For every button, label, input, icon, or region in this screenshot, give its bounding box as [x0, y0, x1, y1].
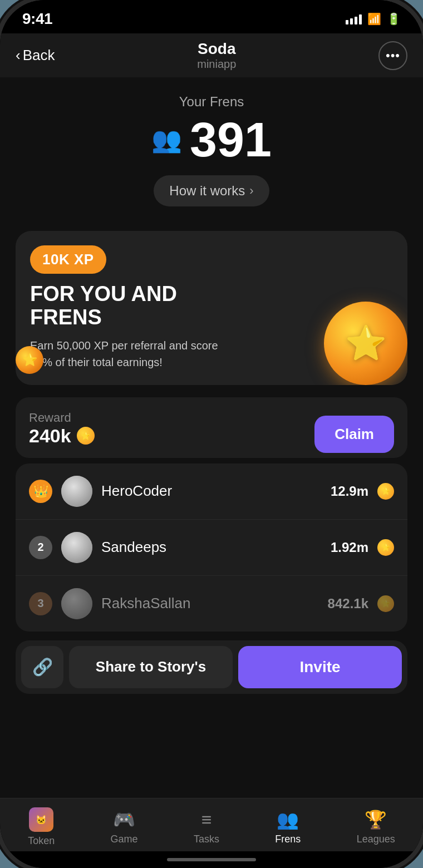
how-it-works-button[interactable]: How it works ›	[154, 175, 269, 206]
share-story-button[interactable]: Share to Story's	[69, 646, 233, 688]
table-row: 2 Sandeeps 1.92m ⭐	[16, 520, 407, 576]
promo-main-text: FOR YOU AND FRENS	[30, 283, 248, 329]
nav-label-tasks: Tasks	[194, 834, 219, 845]
nav-label-token: Token	[28, 835, 55, 847]
coin-icon: ⭐	[377, 483, 394, 500]
back-button[interactable]: ‹ Back	[16, 47, 55, 64]
main-content: Your Frens 👥 391 How it works › 10K XP F…	[0, 77, 423, 798]
referral-amount: 12.9m	[331, 484, 368, 499]
referral-amount: 1.92m	[331, 540, 368, 555]
promo-coin-icon: ⭐	[324, 302, 407, 385]
share-story-label: Share to Story's	[96, 658, 206, 675]
frens-nav-icon: 👥	[277, 809, 299, 830]
token-icon: 🐱	[29, 807, 53, 832]
invite-label: Invite	[299, 658, 340, 676]
header: ‹ Back Soda miniapp •••	[0, 33, 423, 77]
app-subtitle: miniapp	[197, 58, 236, 71]
avatar	[61, 476, 92, 507]
link-icon: 🔗	[32, 657, 53, 677]
rank-2-icon: 2	[29, 536, 52, 559]
home-indicator	[0, 851, 423, 868]
how-it-works-chevron-icon: ›	[249, 184, 253, 198]
nav-label-leagues: Leagues	[357, 834, 395, 845]
signal-icon	[346, 13, 362, 24]
sidebar-item-tasks[interactable]: ≡ Tasks	[185, 810, 228, 845]
sidebar-item-frens[interactable]: 👥 Frens	[266, 809, 309, 845]
game-icon: 🎮	[113, 809, 135, 830]
sidebar-item-game[interactable]: 🎮 Game	[102, 809, 147, 845]
copy-link-button[interactable]: 🔗	[21, 646, 63, 688]
rank-3-icon: 3	[29, 592, 52, 615]
reward-amount: 240k	[29, 425, 71, 447]
home-bar	[167, 858, 256, 861]
back-chevron-icon: ‹	[16, 47, 21, 64]
avatar	[61, 588, 92, 619]
status-time: 9:41	[22, 10, 52, 28]
reward-header: Reward 240k ⭐ Claim	[29, 411, 394, 458]
frens-label: Your Frens	[16, 94, 407, 110]
ellipsis-icon: •••	[386, 48, 400, 63]
frens-count: 391	[190, 115, 272, 164]
status-bar: 9:41 📶 🔋	[0, 0, 423, 33]
referral-name: Sandeeps	[101, 539, 322, 556]
table-row: 👑 HeroCoder 12.9m ⭐	[16, 463, 407, 520]
frens-people-icon: 👥	[151, 125, 182, 154]
referral-name: RakshaSallan	[101, 595, 319, 612]
app-title: Soda	[197, 40, 236, 58]
coin-icon: ⭐	[377, 595, 394, 612]
referral-name: HeroCoder	[101, 482, 322, 500]
sidebar-item-token[interactable]: 🐱 Token	[19, 807, 63, 847]
sidebar-item-leagues[interactable]: 🏆 Leagues	[348, 809, 404, 845]
frens-section: Your Frens 👥 391 How it works ›	[16, 77, 407, 231]
header-center: Soda miniapp	[197, 40, 236, 71]
coin-icon: ⭐	[377, 539, 394, 556]
promo-sub-text: Earn 50,000 XP per referral and score 20…	[30, 337, 230, 371]
status-icons: 📶 🔋	[346, 12, 401, 26]
invite-button[interactable]: Invite	[238, 646, 402, 688]
nav-label-game: Game	[111, 834, 138, 845]
rank-crown-icon: 👑	[29, 480, 52, 503]
bottom-nav: 🐱 Token 🎮 Game ≡ Tasks 👥 Frens 🏆 Leagues	[0, 798, 423, 851]
reward-coin-icon: ⭐	[77, 427, 95, 445]
frens-count-row: 👥 391	[16, 115, 407, 164]
battery-icon: 🔋	[387, 12, 401, 26]
referral-amount: 842.1k	[328, 596, 368, 611]
table-row: 3 RakshaSallan 842.1k ⭐	[16, 576, 407, 632]
back-label: Back	[23, 47, 55, 64]
leagues-icon: 🏆	[365, 809, 387, 830]
wifi-icon: 📶	[367, 12, 381, 26]
tasks-icon: ≡	[201, 810, 212, 830]
promo-card: 10K XP FOR YOU AND FRENS Earn 50,000 XP …	[16, 231, 407, 385]
reward-card: Reward 240k ⭐ Claim	[16, 397, 407, 458]
small-coin-icon: ⭐	[16, 346, 43, 374]
referral-list: 👑 HeroCoder 12.9m ⭐ 2 Sande	[16, 463, 407, 632]
how-it-works-label: How it works	[169, 183, 245, 199]
nav-label-frens: Frens	[275, 834, 301, 845]
xp-badge: 10K XP	[30, 245, 106, 274]
avatar	[61, 532, 92, 563]
reward-amount-row: 240k ⭐	[29, 425, 95, 447]
reward-label: Reward	[29, 411, 95, 425]
claim-button[interactable]: Claim	[314, 416, 394, 453]
more-options-button[interactable]: •••	[378, 41, 407, 70]
action-bar: 🔗 Share to Story's Invite	[16, 640, 407, 694]
